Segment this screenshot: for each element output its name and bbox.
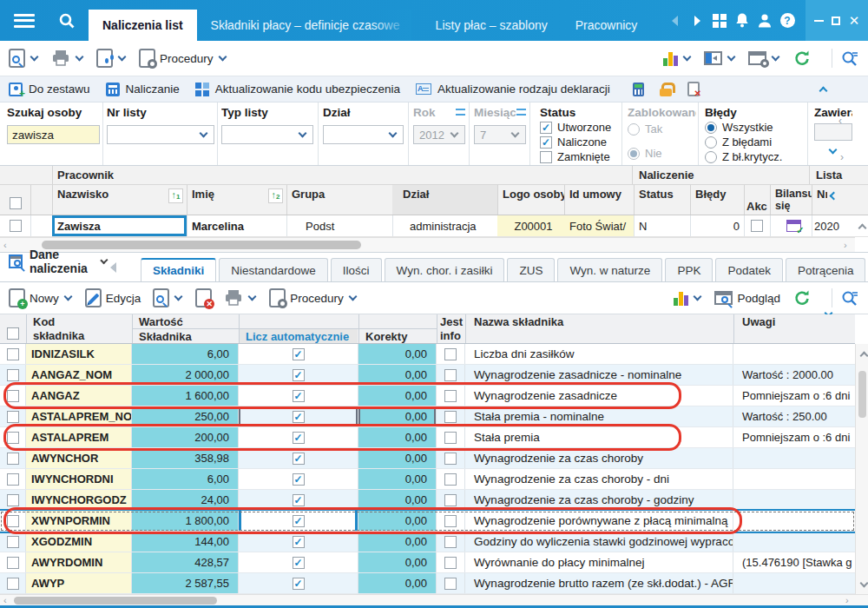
miesiac-select[interactable]: 7 bbox=[474, 125, 526, 144]
find-document-button[interactable] bbox=[9, 49, 39, 68]
sort-1-icon[interactable]: ↑1 bbox=[168, 188, 183, 203]
analytics-button[interactable] bbox=[663, 50, 692, 66]
checkbox-unchecked[interactable] bbox=[444, 369, 457, 381]
component-name[interactable]: Wynagrodzenie brutto razem (ze skł.dodat… bbox=[465, 573, 733, 593]
is-info-cell[interactable] bbox=[437, 427, 465, 447]
col-logo-osoby[interactable]: Logo osoby bbox=[497, 185, 564, 215]
component-row-ASTALAPREM_NOM[interactable]: ASTALAPREM_NOM250,00✓0,00Stała premia - … bbox=[0, 406, 855, 427]
component-code[interactable]: AANGAZ_NOM bbox=[26, 365, 132, 385]
component-row-XWYNPORMIN[interactable]: XWYNPORMIN1 800,00✓0,00Wynagrodzenie por… bbox=[0, 511, 855, 532]
maximize-button[interactable] bbox=[832, 17, 840, 25]
detail-tab-ilości[interactable]: Ilości bbox=[331, 258, 382, 281]
auto-calc-cell[interactable]: ✓ bbox=[239, 532, 358, 552]
detail-tab-wyn-chor-i-zasiłki[interactable]: Wyn. chor. i zasiłki bbox=[385, 258, 505, 281]
search-icon[interactable] bbox=[56, 10, 78, 32]
checkbox-unchecked[interactable] bbox=[444, 390, 457, 402]
radio-wszystkie[interactable]: Wszystkie bbox=[705, 120, 802, 135]
find-component-button[interactable] bbox=[153, 288, 183, 307]
radio-tak[interactable]: Tak bbox=[628, 122, 696, 136]
col-grupa[interactable]: Grupa bbox=[286, 185, 392, 215]
is-info-cell[interactable] bbox=[437, 490, 465, 510]
component-code[interactable]: XWYNPORMIN bbox=[26, 511, 132, 531]
checkbox-unchecked[interactable] bbox=[444, 348, 457, 360]
payroll-list-row[interactable]: Zawisza Marcelina Podst administracja Z0… bbox=[0, 215, 868, 237]
minimize-button[interactable] bbox=[814, 20, 824, 22]
component-value[interactable]: 2 000,00 bbox=[132, 365, 239, 385]
cell-nazwisko[interactable]: Zawisza bbox=[52, 215, 187, 236]
component-row-IWYNCHORGODZ[interactable]: IWYNCHORGODZ24,00✓0,00Wynagrodzenie za c… bbox=[0, 490, 855, 511]
checkbox-unchecked[interactable] bbox=[7, 390, 19, 402]
refresh-detail-button[interactable] bbox=[792, 288, 812, 307]
checkbox-unchecked[interactable] bbox=[7, 473, 19, 486]
radio-nie[interactable]: Nie bbox=[628, 146, 696, 161]
cell-imie[interactable]: Marcelina bbox=[187, 215, 286, 236]
checkbox-icon[interactable]: ✓ bbox=[540, 122, 552, 134]
filter-nav-left-icon[interactable]: ‹ bbox=[838, 115, 842, 127]
component-row-AWYRDOMIN[interactable]: AWYRDOMIN428,57✓0,00Wyrównanie do płacy … bbox=[0, 552, 855, 573]
component-code[interactable]: AWYP bbox=[26, 573, 132, 593]
component-value[interactable]: 144,00 bbox=[132, 532, 239, 552]
checkbox-unchecked[interactable] bbox=[444, 473, 457, 486]
col-akc[interactable]: Akc bbox=[744, 185, 770, 215]
auto-calc-cell[interactable]: ✓ bbox=[239, 365, 358, 385]
is-info-cell[interactable] bbox=[437, 365, 465, 385]
component-code[interactable]: IDNIZASILK bbox=[26, 344, 132, 364]
auto-calc-cell[interactable]: ✓ bbox=[239, 448, 358, 468]
checkbox-unchecked[interactable] bbox=[444, 578, 457, 590]
auto-calc-cell[interactable]: ✓ bbox=[239, 573, 358, 593]
is-info-cell[interactable] bbox=[437, 469, 465, 489]
component-value[interactable]: 6,00 bbox=[132, 344, 239, 364]
detail-tab-potrącenia[interactable]: Potrącenia bbox=[786, 258, 866, 281]
list-scroll-up-icon[interactable] bbox=[858, 224, 867, 233]
layout-panel-button[interactable] bbox=[704, 51, 736, 65]
checkbox-unchecked[interactable] bbox=[7, 515, 19, 527]
checkbox-unchecked[interactable] bbox=[7, 578, 19, 590]
detail-tab-składniki[interactable]: Składniki bbox=[141, 258, 216, 281]
row-select-cell[interactable] bbox=[0, 448, 26, 468]
component-value[interactable]: 428,57 bbox=[132, 552, 239, 572]
component-value[interactable]: 1 600,00 bbox=[132, 386, 239, 406]
checkbox-checked[interactable]: ✓ bbox=[293, 390, 305, 402]
col-korekty[interactable]: Korekty bbox=[365, 330, 407, 343]
component-name[interactable]: Wyrównanie do płacy minimalnej bbox=[465, 552, 733, 572]
cancel-declaration-button[interactable] bbox=[687, 82, 700, 96]
checkbox-naliczone[interactable]: ✓Naliczone bbox=[540, 135, 620, 149]
notifications-bell-icon[interactable] bbox=[731, 10, 753, 32]
tab-scroll-right-icon[interactable] bbox=[686, 10, 708, 32]
row-select-cell[interactable] bbox=[0, 365, 26, 385]
checkbox-unchecked[interactable] bbox=[7, 453, 19, 465]
correction-value[interactable]: 0,00 bbox=[358, 427, 437, 447]
col-kod-line2[interactable]: składnika bbox=[33, 329, 84, 342]
close-button[interactable]: ✕ bbox=[849, 14, 860, 27]
radio-icon[interactable] bbox=[628, 123, 640, 135]
auto-calc-cell[interactable]: ✓ bbox=[239, 469, 358, 489]
delete-button[interactable]: ✕ bbox=[195, 288, 212, 307]
checkbox-checked[interactable]: ✓ bbox=[293, 411, 305, 423]
checkbox-unchecked[interactable] bbox=[7, 348, 19, 360]
history-button[interactable] bbox=[96, 49, 127, 68]
nr-listy-select[interactable] bbox=[107, 125, 214, 144]
is-info-cell[interactable] bbox=[437, 511, 465, 531]
radio-icon[interactable] bbox=[628, 148, 640, 160]
component-code[interactable]: ASTALAPREM_NOM bbox=[26, 406, 132, 426]
auto-calc-cell[interactable]: ✓ bbox=[239, 386, 358, 406]
select-all-checkbox[interactable] bbox=[10, 197, 22, 209]
print-button[interactable] bbox=[51, 50, 84, 67]
zawiera-input[interactable] bbox=[814, 123, 852, 141]
checkbox-checked[interactable]: ✓ bbox=[293, 432, 305, 444]
correction-value[interactable]: 0,00 bbox=[358, 511, 437, 531]
component-name[interactable]: Godziny do wyliczenia stawki godzinowej … bbox=[465, 532, 733, 552]
cell-akc-checkbox[interactable] bbox=[751, 220, 763, 232]
component-code[interactable]: IWYNCHORDNI bbox=[26, 469, 132, 489]
correction-value[interactable]: 0,00 bbox=[358, 490, 437, 510]
detail-tab-niestandardowe[interactable]: Niestandardowe bbox=[219, 258, 328, 281]
detail-tab-podatek[interactable]: Podatek bbox=[715, 258, 783, 281]
correction-value[interactable]: 0,00 bbox=[358, 386, 437, 406]
component-name[interactable]: Wynagrodzenie porównywane z płacą minima… bbox=[465, 511, 733, 531]
lock-button[interactable] bbox=[660, 83, 672, 96]
cell-id-umowy[interactable]: Foto Świat/ bbox=[564, 215, 634, 236]
tab-pracownicy[interactable]: Pracownicy bbox=[562, 10, 652, 41]
component-value[interactable]: 1 800,00 bbox=[132, 511, 239, 531]
advanced-search-button[interactable] bbox=[840, 50, 859, 67]
menu-hamburger-icon[interactable] bbox=[14, 14, 35, 28]
